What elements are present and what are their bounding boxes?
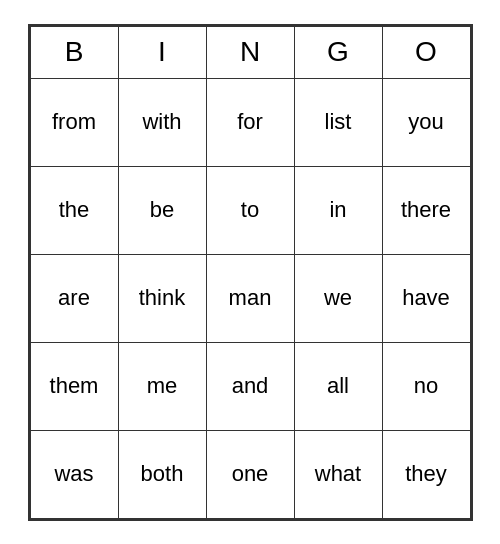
table-row: fromwithforlistyou — [30, 78, 470, 166]
table-row: wasbothonewhatthey — [30, 430, 470, 518]
cell-r1-c0: the — [30, 166, 118, 254]
cell-r0-c1: with — [118, 78, 206, 166]
cell-r2-c4: have — [382, 254, 470, 342]
cell-r3-c0: them — [30, 342, 118, 430]
cell-r2-c3: we — [294, 254, 382, 342]
cell-r1-c2: to — [206, 166, 294, 254]
cell-r4-c3: what — [294, 430, 382, 518]
cell-r4-c0: was — [30, 430, 118, 518]
cell-r4-c4: they — [382, 430, 470, 518]
header-col-n: N — [206, 26, 294, 78]
header-col-g: G — [294, 26, 382, 78]
table-row: thebetointhere — [30, 166, 470, 254]
cell-r3-c1: me — [118, 342, 206, 430]
cell-r2-c1: think — [118, 254, 206, 342]
table-row: arethinkmanwehave — [30, 254, 470, 342]
header-col-i: I — [118, 26, 206, 78]
header-col-o: O — [382, 26, 470, 78]
cell-r3-c3: all — [294, 342, 382, 430]
cell-r0-c2: for — [206, 78, 294, 166]
cell-r4-c1: both — [118, 430, 206, 518]
cell-r1-c4: there — [382, 166, 470, 254]
cell-r0-c4: you — [382, 78, 470, 166]
cell-r2-c0: are — [30, 254, 118, 342]
cell-r4-c2: one — [206, 430, 294, 518]
cell-r0-c3: list — [294, 78, 382, 166]
table-row: themmeandallno — [30, 342, 470, 430]
bingo-card: BINGO fromwithforlistyouthebetointherear… — [28, 24, 473, 521]
cell-r3-c4: no — [382, 342, 470, 430]
header-row: BINGO — [30, 26, 470, 78]
cell-r3-c2: and — [206, 342, 294, 430]
header-col-b: B — [30, 26, 118, 78]
cell-r2-c2: man — [206, 254, 294, 342]
cell-r1-c1: be — [118, 166, 206, 254]
cell-r0-c0: from — [30, 78, 118, 166]
cell-r1-c3: in — [294, 166, 382, 254]
bingo-table: BINGO fromwithforlistyouthebetointherear… — [30, 26, 471, 519]
